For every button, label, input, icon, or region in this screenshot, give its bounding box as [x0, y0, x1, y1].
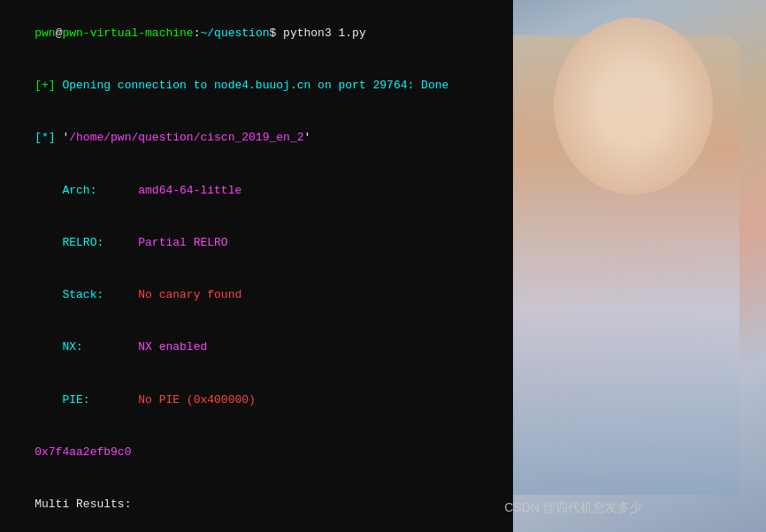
terminal-line-9: 0x7f4aa2efb9c0: [7, 426, 759, 478]
terminal-line-1: pwn@pwn-virtual-machine:~/question$ pyth…: [7, 7, 759, 59]
terminal-line-2: [+] Opening connection to node4.buuoj.cn…: [7, 59, 759, 111]
terminal-line-4: Arch: amd64-64-little: [7, 164, 759, 217]
csdn-watermark: CSDN @四代机您发多少: [504, 500, 642, 516]
prompt-host: pwn-virtual-machine: [62, 27, 193, 40]
terminal-line-7: NX: NX enabled: [7, 322, 759, 374]
prompt-user: pwn: [34, 27, 55, 40]
terminal-line-3: [*] '/home/pwn/question/ciscn_2019_en_2': [7, 112, 759, 164]
terminal-line-10: Multi Results:: [7, 478, 759, 530]
terminal-line-5: RELRO: Partial RELRO: [7, 217, 759, 269]
prompt-path: ~/question: [200, 27, 269, 40]
terminal-output: pwn@pwn-virtual-machine:~/question$ pyth…: [0, 0, 766, 532]
terminal-line-8: PIE: No PIE (0x400000): [7, 374, 759, 426]
terminal-line-6: Stack: No canary found: [7, 269, 759, 321]
